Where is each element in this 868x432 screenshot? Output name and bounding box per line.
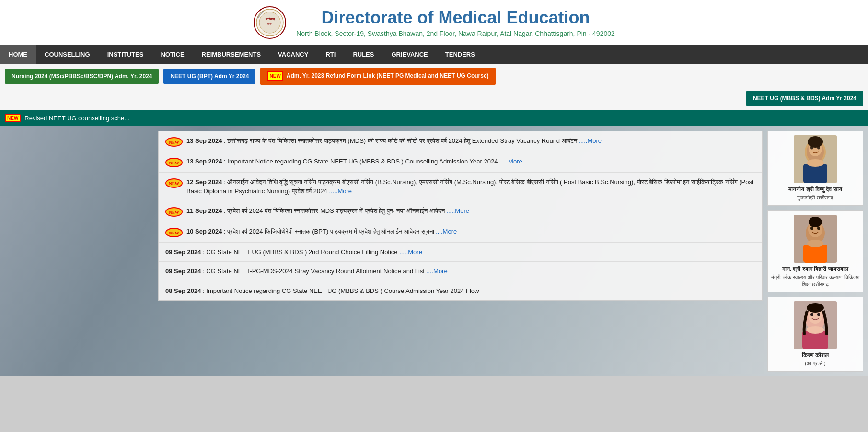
news-more-link[interactable]: .....More	[399, 248, 422, 256]
person3-name: किरण कौशल	[771, 352, 860, 360]
svg-point-22	[809, 217, 822, 227]
news-more-link[interactable]: .....More	[446, 207, 469, 214]
nav-vacancy[interactable]: VACANCY	[269, 45, 317, 64]
ann-btn-nursing[interactable]: Nursing 2024 (MSc/PBBSc/BSC/DPN) Adm. Yr…	[5, 69, 159, 84]
new-badge-icon	[165, 158, 183, 167]
site-logo: छत्तीसगढ़ शासन सत्यमेव जयते	[253, 6, 287, 39]
person2-name: मान. श्री श्याम बिहारी जायसवाल	[771, 266, 860, 273]
news-more-link[interactable]: ....More	[427, 268, 448, 275]
main-nav: HOME COUNSELLING INSTITUTES NOTICE REIMB…	[0, 45, 868, 64]
news-item: 13 Sep 2024 : Important Notice regarding…	[159, 152, 762, 173]
person-photo-minister	[794, 215, 837, 263]
person2-role: मंत्री, लोक स्वास्थ्य और परिवार कल्याण च…	[771, 274, 860, 288]
site-title: Directorate of Medical Education	[296, 8, 615, 28]
news-list: 13 Sep 2024 : छत्तीसगढ़ राज्य के दंत चिक…	[158, 131, 763, 301]
announcement-bar-row1: Nursing 2024 (MSc/PBBSc/BSC/DPN) Adm. Yr…	[0, 64, 868, 89]
nav-home[interactable]: HOME	[0, 45, 36, 64]
new-badge-icon: NEW	[267, 71, 283, 81]
person-photo-officer	[794, 301, 837, 349]
nav-rti[interactable]: RTI	[317, 45, 344, 64]
person-card-cm: माननीय श्री विष्णु देव साय मुख्यमंत्री छ…	[767, 131, 863, 206]
svg-point-29	[807, 326, 824, 334]
news-item: 12 Sep 2024 : ऑनलाईन आवेदन तिथि वृद्धि स…	[159, 173, 762, 201]
nav-rules[interactable]: RULES	[344, 45, 382, 64]
ticker-new-icon: NEW	[5, 114, 21, 122]
site-header: छत्तीसगढ़ शासन सत्यमेव जयते Directorate …	[0, 0, 868, 45]
svg-point-30	[807, 303, 824, 313]
right-sidebar: माननीय श्री विष्णु देव साय मुख्यमंत्री छ…	[767, 126, 868, 376]
announcement-bar-row2: NEET UG (MBBS & BDS) Adm Yr 2024	[0, 89, 868, 110]
svg-point-26	[810, 313, 813, 316]
ann-btn-refund[interactable]: NEW Adm. Yr. 2023 Refund Form Link (NEET…	[260, 68, 495, 85]
news-item: 09 Sep 2024 : CG State NEET UG (MBBS & B…	[159, 243, 762, 262]
person1-role: मुख्यमंत्री छत्तीसगढ़	[771, 194, 860, 201]
ticker-bar: NEW Revised NEET UG counselling sche...	[0, 110, 868, 126]
ticker-text: Revised NEET UG counselling sche...	[24, 115, 129, 122]
person-photo-cm	[794, 135, 837, 183]
new-badge-icon	[165, 137, 183, 147]
person3-role: (आ.प्र.से.)	[771, 360, 860, 367]
header-text-block: Directorate of Medical Education North B…	[296, 8, 615, 37]
svg-point-27	[817, 313, 820, 316]
new-badge-icon	[165, 228, 183, 237]
news-item: 10 Sep 2024 : प्रवेश वर्ष 2024 फिजियोथेर…	[159, 222, 762, 243]
svg-text:छत्तीसगढ़: छत्तीसगढ़	[265, 17, 275, 21]
news-item: 13 Sep 2024 : छत्तीसगढ़ राज्य के दंत चिक…	[159, 131, 762, 152]
new-badge-icon	[165, 178, 183, 188]
new-badge-icon	[165, 207, 183, 217]
ann-btn-neet-ug-bpt[interactable]: NEET UG (BPT) Adm Yr 2024	[163, 69, 255, 84]
person-card-minister: मान. श्री श्याम बिहारी जायसवाल मंत्री, ल…	[767, 210, 863, 292]
news-more-link[interactable]: ....More	[436, 228, 457, 235]
news-item: 08 Sep 2024 : Important Notice regarding…	[159, 281, 762, 301]
nav-reimbursements[interactable]: REIMBURSEMENTS	[193, 45, 270, 64]
news-item: 11 Sep 2024 : प्रवेश वर्ष 2024 दंत चिकित…	[159, 201, 762, 222]
news-more-link[interactable]: .....More	[579, 137, 602, 144]
nav-grievance[interactable]: GRIEVANCE	[382, 45, 436, 64]
svg-point-18	[810, 226, 813, 230]
svg-point-14	[808, 136, 823, 148]
nav-notice[interactable]: NOTICE	[152, 45, 193, 64]
news-section: 13 Sep 2024 : छत्तीसगढ़ राज्य के दंत चिक…	[158, 131, 763, 372]
news-more-link[interactable]: .....More	[499, 158, 522, 165]
page-wrapper: छत्तीसगढ़ शासन सत्यमेव जयते Directorate …	[0, 0, 868, 376]
svg-point-13	[807, 159, 824, 167]
main-content-row: 13 Sep 2024 : छत्तीसगढ़ राज्य के दंत चिक…	[0, 126, 868, 376]
ann-btn-neet-ug-mbbs[interactable]: NEET UG (MBBS & BDS) Adm Yr 2024	[746, 91, 863, 106]
nav-institutes[interactable]: INSTITUTES	[99, 45, 152, 64]
svg-point-19	[817, 226, 820, 230]
svg-text:शासन: शासन	[267, 23, 272, 25]
svg-point-21	[807, 240, 823, 247]
nav-counselling[interactable]: COUNSELLING	[36, 45, 99, 64]
news-more-link[interactable]: .....More	[329, 187, 352, 195]
person-card-officer: किरण कौशल (आ.प्र.से.)	[767, 297, 863, 372]
site-subtitle: North Block, Sector-19, Swasthya Bhawan,…	[296, 30, 615, 37]
nav-tenders[interactable]: TENDERS	[437, 45, 484, 64]
person1-name: माननीय श्री विष्णु देव साय	[771, 186, 860, 194]
news-item: 09 Sep 2024 : CG State NEET-PG-MDS-2024 …	[159, 262, 762, 281]
